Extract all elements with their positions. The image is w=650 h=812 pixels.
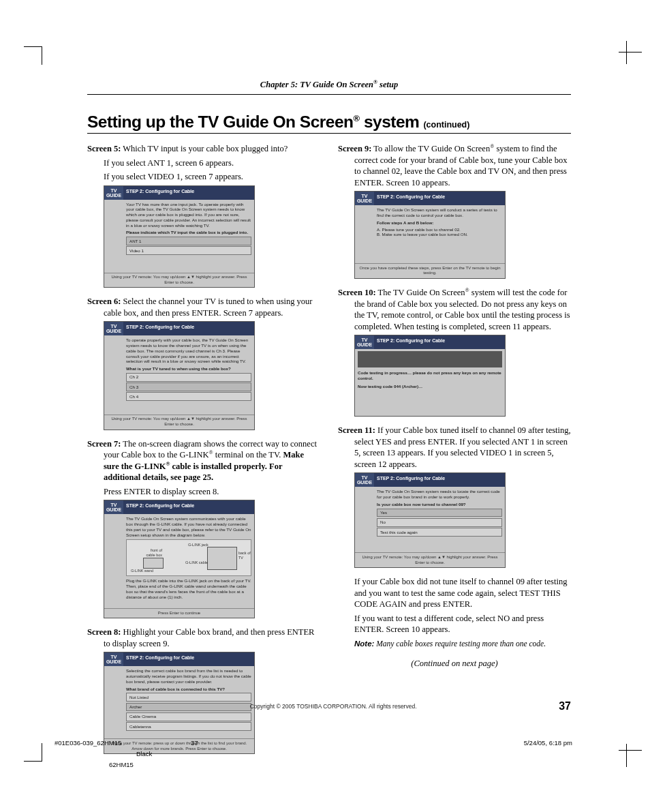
screen7-para: Screen 7: The on-screen diagram shows th… bbox=[87, 438, 320, 483]
option-cabletenna: Cabletenna bbox=[126, 722, 251, 731]
screen10-para: Screen 10: The TV Guide On Screen® syste… bbox=[338, 287, 571, 332]
page-title-row: Setting up the TV Guide On Screen® syste… bbox=[87, 112, 571, 132]
copyright-text: Copyright © 2005 TOSHIBA CORPORATION. Al… bbox=[108, 703, 559, 710]
chapter-text: Chapter 5: TV Guide On Screen bbox=[260, 80, 373, 89]
tv-guide-logo: TVGUIDE bbox=[355, 473, 374, 487]
screen5-para: Screen 5: Which TV input is your cable b… bbox=[87, 143, 320, 155]
right-column: Screen 9: To allow the TV Guide On Scree… bbox=[338, 143, 571, 762]
step-title: STEP 2: Configuring for Cable bbox=[123, 652, 254, 666]
screenshot-5: TVGUIDESTEP 2: Configuring for Cable You… bbox=[104, 185, 255, 288]
screenshot-10: TVGUIDESTEP 2: Configuring for Cable Cod… bbox=[354, 335, 506, 417]
left-column: Screen 5: Which TV input is your cable b… bbox=[87, 143, 320, 762]
note-label: Note: bbox=[354, 640, 374, 648]
screen11-para: Screen 11: If your Cable box tuned itsel… bbox=[338, 425, 571, 470]
option-test-again: Test this code again bbox=[377, 528, 502, 537]
header-rule bbox=[87, 94, 571, 95]
step-title: STEP 2: Configuring for Cable bbox=[374, 192, 505, 205]
screen9-para: Screen 9: To allow the TV Guide On Scree… bbox=[338, 143, 571, 188]
screenshot-11: TVGUIDESTEP 2: Configuring for Cable The… bbox=[354, 472, 506, 568]
screen5-line3: If you select VIDEO 1, screen 7 appears. bbox=[87, 171, 320, 183]
option-yes: Yes bbox=[377, 509, 502, 517]
step-title: STEP 2: Configuring for Cable bbox=[374, 473, 505, 487]
note-row: Note: Many cable boxes require testing m… bbox=[338, 638, 571, 650]
print-color: Black bbox=[55, 750, 572, 757]
screenshot-9: TVGUIDESTEP 2: Configuring for Cable The… bbox=[354, 191, 506, 279]
screen7-line2: Press ENTER to display screen 8. bbox=[87, 486, 320, 498]
option-no: No bbox=[377, 518, 502, 527]
page-title: Setting up the TV Guide On Screen® syste… bbox=[87, 112, 419, 132]
chapter-suffix: setup bbox=[377, 80, 398, 89]
option-ant1: ANT 1 bbox=[126, 237, 251, 245]
option-ch4: Ch 4 bbox=[126, 392, 251, 401]
option-ch3: Ch 3 bbox=[126, 382, 251, 391]
option-video1: Video 1 bbox=[126, 246, 251, 255]
para-different-code: If you want to test a different code, se… bbox=[338, 613, 571, 635]
print-model: 62HM15 bbox=[55, 761, 627, 768]
screenshot-6: TVGUIDESTEP 2: Configuring for Cable To … bbox=[104, 321, 255, 430]
step-title: STEP 2: Configuring for Cable bbox=[123, 500, 254, 514]
print-timestamp: 5/24/05, 6:18 pm bbox=[524, 739, 572, 747]
note-body: Many cable boxes require testing more th… bbox=[374, 640, 546, 648]
step-title: STEP 2: Configuring for Cable bbox=[123, 322, 254, 335]
screen8-para: Screen 8: Highlight your Cable box brand… bbox=[87, 627, 320, 649]
option-ch2: Ch 2 bbox=[126, 373, 251, 382]
screen6-para: Screen 6: Select the channel your TV is … bbox=[87, 296, 320, 318]
screen5-line2: If you select ANT 1, screen 6 appears. bbox=[87, 157, 320, 169]
step-title: STEP 2: Configuring for Cable bbox=[123, 186, 254, 200]
print-pagenum: 37 bbox=[191, 739, 198, 747]
title-rule bbox=[87, 133, 571, 134]
continued-on-next-page: (Continued on next page) bbox=[338, 658, 571, 670]
copyright-row: Copyright © 2005 TOSHIBA CORPORATION. Al… bbox=[87, 700, 571, 712]
print-footer: #01E036-039_62HM15 37 5/24/05, 6:18 pm bbox=[55, 739, 572, 747]
step-title: STEP 2: Configuring for Cable bbox=[374, 335, 505, 349]
tv-guide-logo: TVGUIDE bbox=[355, 335, 374, 349]
page-title-continued: (continued) bbox=[423, 120, 469, 130]
screenshot-7: TVGUIDESTEP 2: Configuring for Cable The… bbox=[104, 500, 255, 618]
tv-guide-logo: TVGUIDE bbox=[104, 186, 123, 200]
para-retest: If your Cable box did not tune itself to… bbox=[338, 576, 571, 610]
glink-diagram: front of cable box G-LINK jack back of T… bbox=[126, 539, 251, 576]
page-number: 37 bbox=[559, 700, 571, 712]
tv-guide-logo: TVGUIDE bbox=[104, 652, 123, 666]
tv-guide-logo: TVGUIDE bbox=[355, 192, 374, 205]
option-cablecinema: Cable Cinema bbox=[126, 712, 251, 721]
print-filename: #01E036-039_62HM15 bbox=[55, 739, 121, 747]
tv-guide-logo: TVGUIDE bbox=[104, 500, 123, 514]
tv-guide-logo: TVGUIDE bbox=[104, 322, 123, 335]
chapter-header: Chapter 5: TV Guide On Screen® setup bbox=[87, 79, 571, 90]
